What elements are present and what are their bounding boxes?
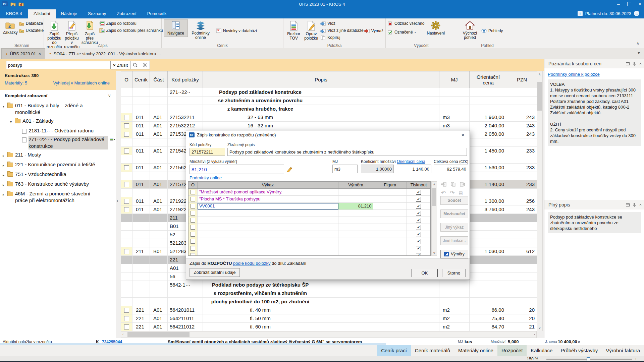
grid-row[interactable]: "Množství určené pomocí aplikace Výměry.… <box>189 189 430 196</box>
kod-polozky-field[interactable]: 271572211 <box>190 148 225 156</box>
tab-close-icon[interactable]: × <box>39 51 41 56</box>
grid-cell-tisknout[interactable]: ✓ <box>407 238 430 245</box>
grid-cell-vykaz[interactable] <box>198 238 338 245</box>
col-header-mj[interactable]: MJ <box>439 71 470 88</box>
row-select-cell[interactable] <box>121 289 132 297</box>
chevron-down-icon[interactable]: ∨ <box>108 93 111 98</box>
print-checkbox[interactable]: ✓ <box>416 204 421 209</box>
grid-cell-vykaz[interactable] <box>198 245 338 252</box>
grid-cell-vymera[interactable] <box>338 252 374 256</box>
tree-item[interactable]: ▾ 011 - Budovy a haly – zděné a monoliti… <box>0 101 116 117</box>
menu-tab[interactable]: Pomocník <box>142 9 172 18</box>
minimize-button[interactable]: – <box>617 1 620 7</box>
grid-select-cell[interactable] <box>189 224 198 231</box>
tab-list-dropdown-icon[interactable]: ▼ <box>637 51 641 55</box>
row-checkbox[interactable] <box>124 249 129 254</box>
menu-kros4[interactable]: KROS 4 <box>0 9 28 18</box>
grid-checkbox[interactable] <box>191 239 195 244</box>
grid-cell-vymera[interactable] <box>338 231 374 238</box>
grid-cell-vymera[interactable]: 81,210 <box>338 203 374 209</box>
navigace-button[interactable]: Navigace <box>164 19 188 37</box>
tree-item[interactable]: 271··22·· - Podsyp pod základové konstru… <box>0 135 116 150</box>
grid-select-cell[interactable] <box>189 189 198 195</box>
novinky-button[interactable]: N Novinky v databázi <box>216 28 257 33</box>
row-checkbox[interactable] <box>124 132 129 137</box>
edit-quantity-icon[interactable] <box>287 167 292 172</box>
remote-support-icon[interactable]: ↔ <box>634 11 639 16</box>
table-row[interactable]: s rozprostřením, vlhčením a zhutněním <box>121 289 537 298</box>
search-settings-button[interactable] <box>140 61 150 69</box>
row-select-cell[interactable] <box>121 205 132 214</box>
dialog-close-icon[interactable]: × <box>456 132 470 138</box>
module-tab[interactable]: Výrobní faktura <box>602 345 644 356</box>
podminky-online-button[interactable]: Podmínky online <box>189 19 213 41</box>
float-panel-icon[interactable] <box>626 62 630 65</box>
print-checkbox[interactable]: ✓ <box>416 211 421 216</box>
print-checkbox[interactable]: ✓ <box>416 253 421 256</box>
copy-row-icon[interactable] <box>450 182 456 187</box>
menu-tab[interactable]: Základní <box>28 9 56 18</box>
row-select-cell[interactable] <box>121 314 132 322</box>
zoom-slider[interactable] <box>546 359 632 360</box>
zapis-do-rozboru-schranka-button[interactable]: Zapiš do rozboru přes schránku <box>99 28 163 33</box>
table-row[interactable]: 011 A01 271532212 16 - 32 mm m3 2 040,00… <box>121 122 537 130</box>
row-select-cell[interactable] <box>121 88 132 96</box>
print-checkbox[interactable]: ✓ <box>416 218 421 223</box>
tree-expander-icon[interactable]: ▸ <box>3 181 7 188</box>
menu-tab[interactable]: Nástroje <box>56 9 83 18</box>
doctab-urs[interactable]: ● ÚRS 2023 01 × <box>1 48 45 59</box>
table-row[interactable]: 5642·1··· Podklad nebo podsyp ze štěrkop… <box>121 281 537 289</box>
tree-expander-icon[interactable] <box>17 136 22 137</box>
grid-select-cell[interactable] <box>189 238 198 245</box>
module-tab[interactable]: Materiály online <box>454 345 497 356</box>
vymery-button[interactable]: Výměry <box>440 250 468 258</box>
grid-cell-tisknout[interactable]: ✓ <box>407 210 430 217</box>
vymaz-button[interactable]: Vymaž <box>364 28 383 33</box>
module-tab[interactable]: Průběh výstavby <box>556 345 602 356</box>
module-tab[interactable]: Ceník prací <box>377 345 411 356</box>
table-row[interactable]: 221 A01 564211012 tl. 60 mm m2 84,70 21 <box>121 323 537 331</box>
grid-cell-tisknout[interactable]: ✓ <box>407 203 430 209</box>
row-checkbox[interactable] <box>124 115 129 120</box>
grid-cell-vymera[interactable] <box>338 210 374 217</box>
row-select-cell[interactable] <box>121 323 132 331</box>
kopiruj-button[interactable]: Kopíruj <box>320 35 363 40</box>
row-select-cell[interactable] <box>121 189 132 197</box>
grid-select-cell[interactable] <box>189 217 198 224</box>
grid-cell-tisknout[interactable]: ✓ <box>407 224 430 231</box>
scroll-right-icon[interactable]: › <box>534 332 535 336</box>
row-select-cell[interactable] <box>121 122 132 130</box>
row-select-cell[interactable] <box>121 214 132 222</box>
grid-cell-figura[interactable] <box>373 245 407 252</box>
tree-expander-icon[interactable]: ▸ <box>3 190 7 198</box>
row-select-cell[interactable] <box>121 239 132 247</box>
row-select-cell[interactable] <box>121 197 132 205</box>
float-panel-icon[interactable] <box>626 203 630 206</box>
tree-item[interactable]: ▸ 763 - Konstrukce suché výstavby <box>0 180 116 189</box>
row-select-cell[interactable] <box>121 97 132 105</box>
row-select-cell[interactable] <box>121 138 132 146</box>
grid-cell-vymera[interactable] <box>338 217 374 224</box>
row-checkbox[interactable] <box>124 199 129 204</box>
grid-checkbox[interactable] <box>191 197 195 201</box>
vychozi-pohled-button[interactable]: Výchozí pohled <box>459 19 481 41</box>
export-row-icon[interactable] <box>460 182 465 187</box>
panel-splitter[interactable] <box>116 71 121 338</box>
rozbor-tov-button[interactable]: Rozbor TOV <box>285 19 302 42</box>
search-input[interactable] <box>6 61 111 69</box>
ok-button[interactable]: OK <box>412 269 438 277</box>
ribbon-collapse-icon[interactable]: ∧ <box>636 41 639 46</box>
grid-select-cell[interactable] <box>189 252 198 256</box>
grid-row[interactable]: ✓ <box>189 210 430 217</box>
menu-tab[interactable]: Zobrazení <box>111 9 142 18</box>
row-select-cell[interactable] <box>121 231 132 239</box>
search-button[interactable] <box>130 61 140 69</box>
row-select-cell[interactable] <box>121 281 132 289</box>
row-checkbox[interactable] <box>124 165 129 170</box>
pin-icon[interactable] <box>633 62 636 66</box>
pohledy-button[interactable]: Pohledy <box>481 28 503 33</box>
table-row[interactable]: 221 A01 564201011 tl. 40 mm m2 66,00 20 <box>121 306 537 314</box>
row-select-cell[interactable] <box>121 155 132 163</box>
grid-row[interactable]: ✓ <box>189 224 430 231</box>
mezisoucet-button[interactable]: Mezisoučet <box>440 209 468 218</box>
